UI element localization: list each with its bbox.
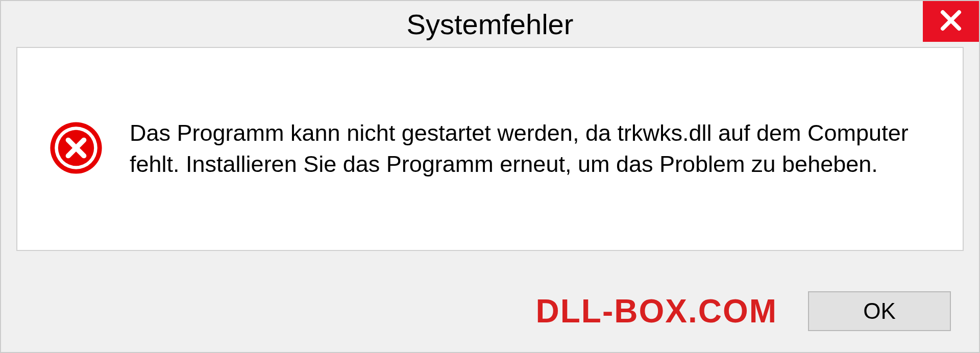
ok-button[interactable]: OK [808, 291, 951, 331]
close-icon [939, 8, 963, 35]
dialog-footer: DLL-BOX.COM OK [1, 270, 979, 352]
error-dialog: Systemfehler Das Programm kann nicht ges… [0, 0, 980, 353]
error-icon [48, 120, 104, 178]
error-message: Das Programm kann nicht gestartet werden… [130, 118, 932, 180]
message-panel: Das Programm kann nicht gestartet werden… [16, 47, 964, 251]
title-bar: Systemfehler [1, 1, 979, 47]
watermark-text: DLL-BOX.COM [536, 292, 778, 330]
ok-button-label: OK [863, 298, 896, 324]
dialog-title: Systemfehler [407, 8, 574, 41]
close-button[interactable] [923, 1, 979, 42]
